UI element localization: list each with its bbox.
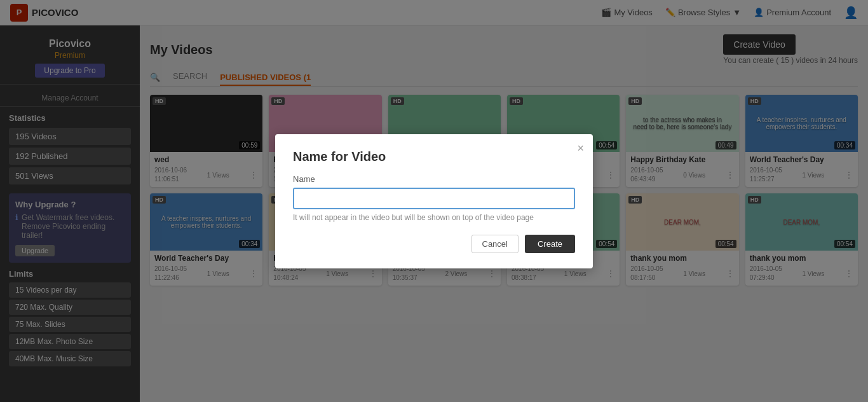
- create-button[interactable]: Create: [525, 235, 575, 253]
- modal-title: Name for Video: [293, 149, 575, 164]
- modal-name-label: Name: [293, 174, 575, 184]
- modal-hint: It will not appear in the video but will…: [293, 213, 575, 222]
- cancel-button[interactable]: Cancel: [471, 235, 519, 253]
- name-for-video-modal: × Name for Video Name It will not appear…: [275, 134, 593, 268]
- modal-actions: Cancel Create: [293, 235, 575, 253]
- modal-overlay: × Name for Video Name It will not appear…: [0, 0, 868, 402]
- modal-name-input[interactable]: [293, 188, 575, 209]
- modal-close-button[interactable]: ×: [577, 142, 584, 155]
